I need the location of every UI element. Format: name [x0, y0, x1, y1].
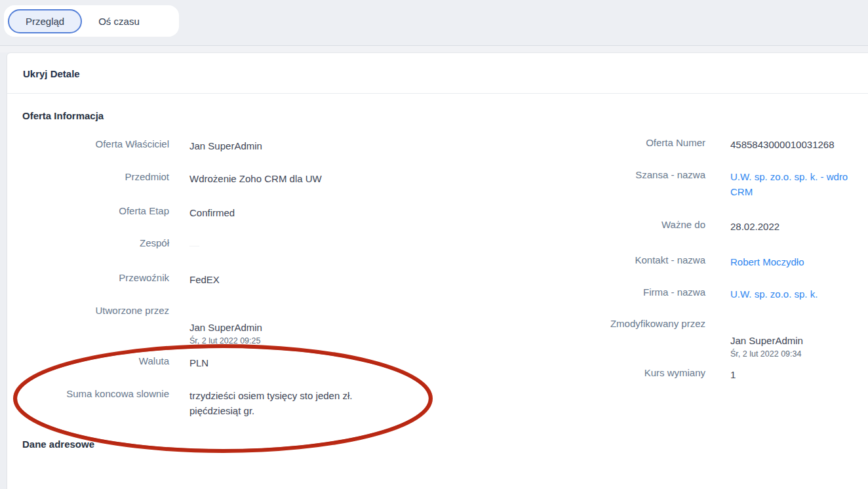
quote-detail-page: { "tabs": { "overview": "Przegląd", "tim… [0, 0, 868, 489]
field-label: Kontakt - nazwa [394, 254, 705, 265]
tab-timeline[interactable]: Oś czasu [82, 9, 156, 33]
field-label: Przewoźnik [0, 272, 169, 283]
card-title-divider [7, 93, 868, 94]
tab-overview[interactable]: Przegląd [8, 9, 82, 33]
field-label: Firma - nazwa [394, 286, 705, 298]
field-label: Kurs wymiany [394, 367, 705, 378]
field-label: Oferta Etap [0, 205, 169, 216]
field-value: 1 [730, 367, 868, 382]
field-value-empty: — [189, 237, 465, 252]
field-value: trzydzieści osiem tysięcy sto jeden zł. … [189, 388, 465, 418]
field-label: Ważne do [394, 219, 705, 230]
modified-by-name: Jan SuperAdmin [730, 335, 803, 346]
section-title-offer-info: Oferta Informacja [22, 110, 104, 121]
field-label: Waluta [0, 355, 169, 366]
field-label: Oferta Numer [394, 137, 705, 148]
field-value: Confirmed [189, 205, 465, 220]
account-name-link[interactable]: U.W. sp. zo.o. sp. k. [730, 286, 868, 302]
deal-name-link[interactable]: U.W. sp. zo.o. sp. k. - wdro CRM [730, 169, 868, 199]
field-value: 4585843000010031268 [730, 137, 868, 152]
field-label: Szansa - nazwa [394, 169, 705, 180]
quote-detail-card: Ukryj Detale Oferta Informacja Oferta Wł… [7, 52, 868, 489]
created-by-timestamp: Śr, 2 lut 2022 09:25 [189, 336, 465, 347]
field-value: 28.02.2022 [730, 219, 868, 234]
field-value: Jan SuperAdmin Śr, 2 lut 2022 09:25 [189, 305, 465, 362]
created-by-name: Jan SuperAdmin [189, 322, 262, 333]
field-label: Zmodyfikowany przez [394, 318, 705, 329]
field-value: FedEX [189, 272, 465, 287]
field-value: Jan SuperAdmin Śr, 2 lut 2022 09:34 [730, 318, 868, 375]
section-title-address: Dane adresowe [22, 439, 94, 450]
field-label: Oferta Właściciel [0, 138, 169, 149]
field-label: Utworzone przez [0, 305, 169, 316]
field-label: Przedmiot [0, 171, 169, 182]
header-divider-gap [0, 46, 868, 52]
hide-details-toggle[interactable]: Ukryj Detale [23, 68, 80, 79]
tab-timeline-label: Oś czasu [98, 16, 140, 27]
field-label: Suma koncowa slownie [0, 388, 169, 399]
modified-by-timestamp: Śr, 2 lut 2022 09:34 [730, 349, 868, 360]
view-tabbar: Przegląd Oś czasu [4, 5, 179, 37]
contact-name-link[interactable]: Robert Moczydło [730, 254, 868, 269]
field-label: Zespół [0, 237, 169, 248]
tab-overview-label: Przegląd [26, 16, 64, 27]
